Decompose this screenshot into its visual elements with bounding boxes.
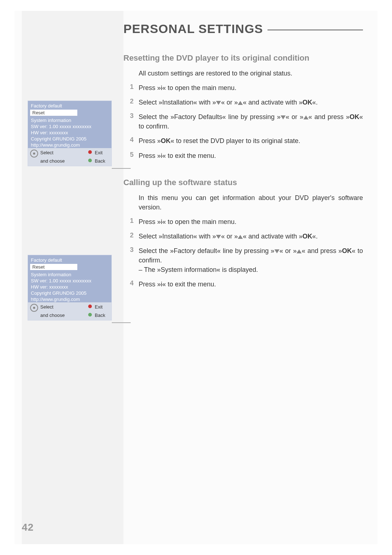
title-rule [268,29,363,30]
osd-back-label: Back [95,158,109,164]
triangle-down-icon [274,249,279,253]
ok-label: OK [342,247,352,254]
section-heading-reset: Resetting the DVD player to its original… [123,53,363,63]
page-title: PERSONAL SETTINGS [123,22,363,36]
step-text: «. [312,233,318,240]
osd-copyright: Copyright GRUNDIG 2005 [28,136,111,142]
osd-panel-factory-default-1: Factory default Reset System information… [28,101,112,166]
content-area: PERSONAL SETTINGS Resetting the DVD play… [123,22,363,289]
step-text: « and activate with » [243,99,302,106]
triangle-up-icon [238,101,243,105]
page-title-text: PERSONAL SETTINGS [123,22,263,36]
triangle-up-icon [238,235,243,239]
step-body: Press »i« to open the main menu. [139,217,363,227]
step-text: « and press » [302,247,342,254]
osd-sw-version: SW ver: 1.00 xxxxx xxxxxxxx [28,278,111,284]
page-number: 42 [22,522,34,533]
osd-footer: Select Exit and choose Back [28,302,111,320]
step-text: « or » [286,113,303,121]
step-number: 3 [123,112,139,120]
step-number: 2 [123,98,139,105]
step-body: Select the »Factory default« line by pre… [139,246,363,274]
step-row: 2 Select »Installation« with »« or »« an… [123,232,363,241]
step-text: « and press » [309,113,350,121]
step-text: Press »i« to exit the menu. [139,281,216,288]
section2-intro: In this menu you can get information abo… [139,193,363,212]
exit-icon [88,150,95,155]
step-text: Press »i« to exit the menu. [139,152,216,159]
step-row: 3 Select the »Factory Defaults« line by … [123,112,363,131]
osd-system-info: System information [28,272,111,278]
step-row: 4 Press »i« to exit the menu. [123,279,363,289]
step-text: Select the »Factory default« line by pre… [139,247,274,254]
ok-label: OK [302,99,312,106]
step-body: Press »OK« to reset the DVD player to it… [139,136,363,146]
step-body: Press »i« to exit the menu. [139,279,363,289]
step-text: Press »i« to open the main menu. [139,218,236,225]
osd-reset-item: Reset [30,264,77,270]
step-body: Press »i« to exit the menu. [139,151,363,160]
step-number: 5 [123,151,139,159]
step-text: « and activate with » [243,233,302,240]
osd-exit-label: Exit [95,304,109,310]
step-row: 5 Press »i« to exit the menu. [123,151,363,160]
triangle-down-icon [216,101,221,105]
osd-sw-version: SW ver: 1.00 xxxxx xxxxxxxx [28,123,111,130]
step-row: 2 Select »Installation« with »« or »« an… [123,98,363,107]
step-number: 2 [123,232,139,239]
triangle-down-icon [216,235,221,239]
section1-intro: All custom settings are restored to the … [139,69,363,78]
osd-select-label: Select [40,150,88,155]
exit-icon [88,304,95,310]
step-number: 1 [123,83,139,91]
step-text: « or » [279,247,297,254]
section-heading-software-status: Calling up the software status [123,178,363,187]
ok-label: OK [161,137,171,144]
osd-hw-version: HW ver: xxxxxxxx [28,130,111,136]
connector-line [112,322,131,323]
osd-panel-factory-default-2: Factory default Reset System information… [28,255,112,321]
step-row: 1 Press »i« to open the main menu. [123,217,363,227]
step-row: 3 Select the »Factory default« line by p… [123,246,363,274]
ok-label: OK [302,233,312,240]
osd-footer: Select Exit and choose Back [28,148,111,166]
step-number: 3 [123,246,139,254]
back-icon [88,313,95,318]
triangle-down-icon [281,115,286,119]
osd-url: http://www.grundig.com [28,296,111,302]
step-text: « or » [221,233,238,240]
osd-exit-label: Exit [95,150,109,155]
triangle-up-icon [303,115,309,119]
osd-copyright: Copyright GRUNDIG 2005 [28,290,111,296]
step-body: Select the »Factory Defaults« line by pr… [139,112,363,131]
step-text: Select the »Factory Defaults« line by pr… [139,113,281,121]
osd-url: http://www.grundig.com [28,142,111,148]
step-text: «. [312,99,318,106]
ok-label: OK [350,113,359,121]
nav-wheel-icon [30,304,38,312]
step-number: 4 [123,279,139,287]
step-text: Press » [139,137,161,144]
osd-reset-item: Reset [30,110,77,116]
step-text: Press »i« to open the main menu. [139,84,236,91]
step-text: Select »Installation« with » [139,99,216,106]
osd-title: Factory default [28,257,111,264]
step-body: Press »i« to open the main menu. [139,83,363,93]
step-number: 4 [123,136,139,144]
osd-select-label: Select [40,304,88,310]
page: 42 Factory default Reset System informat… [15,11,377,544]
step-row: 1 Press »i« to open the main menu. [123,83,363,93]
osd-system-info: System information [28,117,111,123]
step-text: Select »Installation« with » [139,233,216,240]
nav-wheel-icon [30,150,38,158]
triangle-up-icon [297,249,302,253]
step-row: 4 Press »OK« to reset the DVD player to … [123,136,363,146]
step-body: Select »Installation« with »« or »« and … [139,98,363,107]
osd-and-choose-label: and choose [40,158,88,164]
osd-title: Factory default [28,102,111,110]
osd-back-label: Back [95,313,109,318]
osd-hw-version: HW ver: xxxxxxxx [28,284,111,290]
step-number: 1 [123,217,139,225]
back-icon [88,158,95,164]
step-body: Select »Installation« with »« or »« and … [139,232,363,241]
